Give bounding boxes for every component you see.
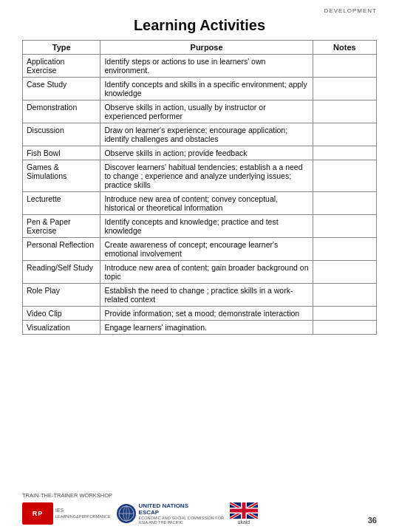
workshop-label: TRAIN-THE-TRAINER WORKSHOP [22, 492, 258, 500]
cell-purpose: Create awareness of concept; encourage l… [100, 238, 313, 261]
cell-purpose: Discover learners' habitual tendencies; … [100, 160, 313, 192]
cell-type: Application Exercise [23, 55, 100, 78]
cell-notes [313, 192, 376, 215]
cell-purpose: Introduce new area of content; convey co… [100, 192, 313, 215]
cell-notes [313, 100, 376, 123]
cell-type: Role Play [23, 284, 100, 307]
cell-purpose: Identify concepts and knowledge; practic… [100, 215, 313, 238]
col-header-type: Type [23, 41, 100, 55]
cell-purpose: Identify steps or actions to use in lear… [100, 55, 313, 78]
cell-purpose: Identify concepts and skills in a specif… [100, 78, 313, 100]
cell-purpose: Draw on learner's experience; encourage … [100, 123, 313, 146]
ies-logo: IESLEARNING&PERFORMANCE [55, 508, 111, 519]
page-number: 36 [368, 516, 377, 525]
cell-purpose: Observe skills in action; provide feedba… [100, 146, 313, 160]
cell-type: Demonstration [23, 100, 100, 123]
cell-purpose: Observe skills in action, usually by ins… [100, 100, 313, 123]
table-row: Personal ReflectionCreate awareness of c… [23, 238, 377, 261]
escap-logo: UNITED NATIONS ESCAP ECONOMIC AND SOCIAL… [117, 502, 224, 525]
table-row: Fish BowlObserve skills in action; provi… [23, 146, 377, 160]
cell-notes [313, 321, 376, 335]
cell-notes [313, 55, 376, 78]
table-row: Application ExerciseIdentify steps or ac… [23, 55, 377, 78]
cell-type: Lecturette [23, 192, 100, 215]
cell-type: Personal Reflection [23, 238, 100, 261]
cell-notes [313, 307, 376, 321]
footer: TRAIN-THE-TRAINER WORKSHOP RP IESLEARNIN… [22, 492, 377, 525]
table-row: Reading/Self StudyIntroduce new area of … [23, 261, 377, 284]
table-row: DemonstrationObserve skills in action, u… [23, 100, 377, 123]
cell-purpose: Establish the need to change ; practice … [100, 284, 313, 307]
cell-notes [313, 215, 376, 238]
cell-type: Discussion [23, 123, 100, 146]
learning-activities-table: Type Purpose Notes Application ExerciseI… [22, 40, 377, 335]
table-row: Pen & Paper ExerciseIdentify concepts an… [23, 215, 377, 238]
table-row: Video ClipProvide information; set a moo… [23, 307, 377, 321]
table-row: DiscussionDraw on learner's experience; … [23, 123, 377, 146]
cell-purpose: Provide information; set a mood; demonst… [100, 307, 313, 321]
page-wrapper: DEVELOPMENT Learning Activities Type Pur… [0, 0, 399, 532]
cell-type: Reading/Self Study [23, 261, 100, 284]
table-row: Case StudyIdentify concepts and skills i… [23, 78, 377, 100]
ukaid-logo: ukaid [230, 502, 258, 525]
cell-notes [313, 160, 376, 192]
cell-type: Games & Simulations [23, 160, 100, 192]
cell-type: Case Study [23, 78, 100, 100]
cell-notes [313, 123, 376, 146]
svg-rect-13 [230, 509, 258, 513]
cell-purpose: Introduce new area of content; gain broa… [100, 261, 313, 284]
col-header-purpose: Purpose [100, 41, 313, 55]
table-row: VisualizationEngage learners' imaginatio… [23, 321, 377, 335]
table-row: Role PlayEstablish the need to change ; … [23, 284, 377, 307]
cell-type: Visualization [23, 321, 100, 335]
footer-left: TRAIN-THE-TRAINER WORKSHOP RP IESLEARNIN… [22, 492, 258, 525]
cell-notes [313, 146, 376, 160]
table-header-row: Type Purpose Notes [23, 41, 377, 55]
col-header-notes: Notes [313, 41, 376, 55]
development-label: DEVELOPMENT [22, 7, 377, 14]
cell-type: Pen & Paper Exercise [23, 215, 100, 238]
cell-notes [313, 78, 376, 100]
cell-type: Fish Bowl [23, 146, 100, 160]
cell-notes [313, 238, 376, 261]
table-row: Games & SimulationsDiscover learners' ha… [23, 160, 377, 192]
cell-type: Video Clip [23, 307, 100, 321]
cell-notes [313, 261, 376, 284]
table-row: LecturetteIntroduce new area of content;… [23, 192, 377, 215]
cell-purpose: Engage learners' imagination. [100, 321, 313, 335]
page-title: Learning Activities [22, 17, 377, 34]
cell-notes [313, 284, 376, 307]
rp-logo: RP [33, 510, 44, 517]
ukaid-text: ukaid [238, 519, 250, 525]
